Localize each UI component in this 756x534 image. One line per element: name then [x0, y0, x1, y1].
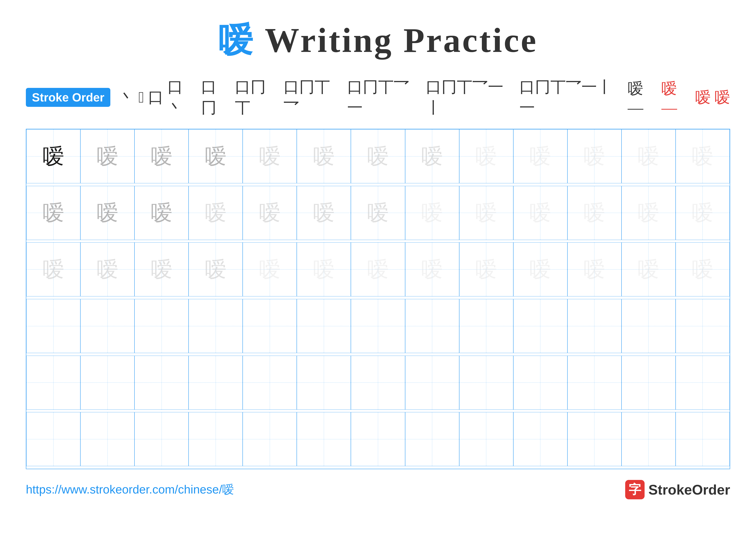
logo-text: StrokeOrder	[648, 482, 730, 498]
char-display: 嗳	[205, 202, 227, 224]
grid-cell-r4c4[interactable]	[189, 299, 243, 353]
char-display: 嗳	[97, 202, 118, 224]
grid-cell-r2c1[interactable]: 嗳	[26, 186, 80, 240]
page: 嗳 Writing Practice Stroke Order 丶 𠃌 口 口丶…	[0, 0, 756, 534]
grid-cell-r1c9[interactable]: 嗳	[459, 129, 513, 183]
grid-cell-r6c8[interactable]	[405, 412, 459, 466]
grid-cell-r6c11[interactable]	[567, 412, 622, 466]
grid-cell-r3c12[interactable]: 嗳	[622, 242, 676, 296]
grid-cell-r1c11[interactable]: 嗳	[567, 129, 622, 183]
grid-cell-r6c13[interactable]	[676, 412, 730, 466]
logo-char: 字	[629, 481, 641, 498]
grid-cell-r6c5[interactable]	[243, 412, 297, 466]
stroke-6: 口冂丅	[235, 77, 280, 118]
grid-cell-r2c12[interactable]: 嗳	[622, 186, 676, 240]
grid-cell-r3c7[interactable]: 嗳	[351, 242, 405, 296]
grid-cell-r2c8[interactable]: 嗳	[405, 186, 459, 240]
grid-cell-r2c10[interactable]: 嗳	[513, 186, 567, 240]
grid-cell-r3c10[interactable]: 嗳	[513, 242, 567, 296]
grid-cell-r1c1[interactable]: 嗳	[26, 129, 80, 183]
page-title: 嗳 Writing Practice	[218, 17, 538, 64]
char-display: 嗳	[638, 259, 659, 280]
grid-cell-r1c6[interactable]: 嗳	[297, 129, 351, 183]
grid-cell-r4c2[interactable]	[80, 299, 134, 353]
grid-cell-r2c11[interactable]: 嗳	[567, 186, 622, 240]
grid-cell-r3c6[interactable]: 嗳	[297, 242, 351, 296]
grid-cell-r4c7[interactable]	[351, 299, 405, 353]
grid-cell-r6c1[interactable]	[26, 412, 80, 466]
grid-cell-r6c4[interactable]	[189, 412, 243, 466]
grid-cell-r2c13[interactable]: 嗳	[676, 186, 730, 240]
grid-cell-r2c9[interactable]: 嗳	[459, 186, 513, 240]
grid-cell-r1c4[interactable]: 嗳	[189, 129, 243, 183]
grid-cell-r4c3[interactable]	[134, 299, 189, 353]
char-display: 嗳	[583, 146, 605, 167]
grid-cell-r1c3[interactable]: 嗳	[134, 129, 189, 183]
char-display: 嗳	[692, 259, 713, 280]
grid-cell-r5c2[interactable]	[80, 356, 134, 410]
grid-cell-r5c7[interactable]	[351, 356, 405, 410]
grid-cell-r3c5[interactable]: 嗳	[243, 242, 297, 296]
grid-cell-r2c2[interactable]: 嗳	[80, 186, 134, 240]
grid-cell-r4c13[interactable]	[676, 299, 730, 353]
grid-cell-r6c7[interactable]	[351, 412, 405, 466]
grid-cell-r1c7[interactable]: 嗳	[351, 129, 405, 183]
grid-cell-r5c10[interactable]	[513, 356, 567, 410]
grid-cell-r6c10[interactable]	[513, 412, 567, 466]
title-char: 嗳	[218, 21, 255, 60]
grid-cell-r6c9[interactable]	[459, 412, 513, 466]
grid-cell-r3c9[interactable]: 嗳	[459, 242, 513, 296]
grid-cell-r4c11[interactable]	[567, 299, 622, 353]
grid-cell-r5c4[interactable]	[189, 356, 243, 410]
grid-cell-r5c3[interactable]	[134, 356, 189, 410]
grid-cell-r1c13[interactable]: 嗳	[676, 129, 730, 183]
grid-cell-r1c10[interactable]: 嗳	[513, 129, 567, 183]
char-display: 嗳	[97, 259, 118, 280]
title-text: Writing Practice	[255, 21, 538, 60]
grid-cell-r4c9[interactable]	[459, 299, 513, 353]
grid-cell-r1c8[interactable]: 嗳	[405, 129, 459, 183]
grid-cell-r6c3[interactable]	[134, 412, 189, 466]
grid-cell-r2c7[interactable]: 嗳	[351, 186, 405, 240]
grid-cell-r3c11[interactable]: 嗳	[567, 242, 622, 296]
grid-cell-r1c5[interactable]: 嗳	[243, 129, 297, 183]
grid-cell-r4c12[interactable]	[622, 299, 676, 353]
grid-cell-r3c13[interactable]: 嗳	[676, 242, 730, 296]
stroke-10: 口冂丅乛一丨一	[519, 77, 624, 118]
grid-cell-r3c3[interactable]: 嗳	[134, 242, 189, 296]
grid-cell-r1c2[interactable]: 嗳	[80, 129, 134, 183]
grid-cell-r6c2[interactable]	[80, 412, 134, 466]
grid-cell-r4c10[interactable]	[513, 299, 567, 353]
grid-cell-r4c5[interactable]	[243, 299, 297, 353]
char-display: 嗳	[692, 202, 713, 224]
grid-cell-r3c4[interactable]: 嗳	[189, 242, 243, 296]
grid-cell-r6c12[interactable]	[622, 412, 676, 466]
grid-cell-r2c6[interactable]: 嗳	[297, 186, 351, 240]
grid-cell-r4c6[interactable]	[297, 299, 351, 353]
grid-cell-r3c1[interactable]: 嗳	[26, 242, 80, 296]
grid-cell-r5c12[interactable]	[622, 356, 676, 410]
grid-cell-r4c1[interactable]	[26, 299, 80, 353]
char-display: 嗳	[151, 146, 173, 167]
char-display: 嗳	[205, 146, 227, 167]
grid-cell-r5c8[interactable]	[405, 356, 459, 410]
grid-cell-r5c5[interactable]	[243, 356, 297, 410]
grid-cell-r3c2[interactable]: 嗳	[80, 242, 134, 296]
grid-cell-r2c5[interactable]: 嗳	[243, 186, 297, 240]
char-display: 嗳	[583, 259, 605, 280]
grid-cell-r5c11[interactable]	[567, 356, 622, 410]
grid-cell-r2c4[interactable]: 嗳	[189, 186, 243, 240]
grid-cell-r3c8[interactable]: 嗳	[405, 242, 459, 296]
grid-cell-r5c1[interactable]	[26, 356, 80, 410]
grid-cell-r6c6[interactable]	[297, 412, 351, 466]
char-display: 嗳	[475, 146, 497, 167]
grid-cell-r1c12[interactable]: 嗳	[622, 129, 676, 183]
grid-cell-r5c9[interactable]	[459, 356, 513, 410]
grid-cell-r4c8[interactable]	[405, 299, 459, 353]
grid-cell-r5c13[interactable]	[676, 356, 730, 410]
grid-cell-r2c3[interactable]: 嗳	[134, 186, 189, 240]
char-display: 嗳	[313, 259, 335, 280]
grid-cell-r5c6[interactable]	[297, 356, 351, 410]
footer-url[interactable]: https://www.strokeorder.com/chinese/嗳	[26, 482, 234, 497]
char-display: 嗳	[43, 202, 64, 224]
